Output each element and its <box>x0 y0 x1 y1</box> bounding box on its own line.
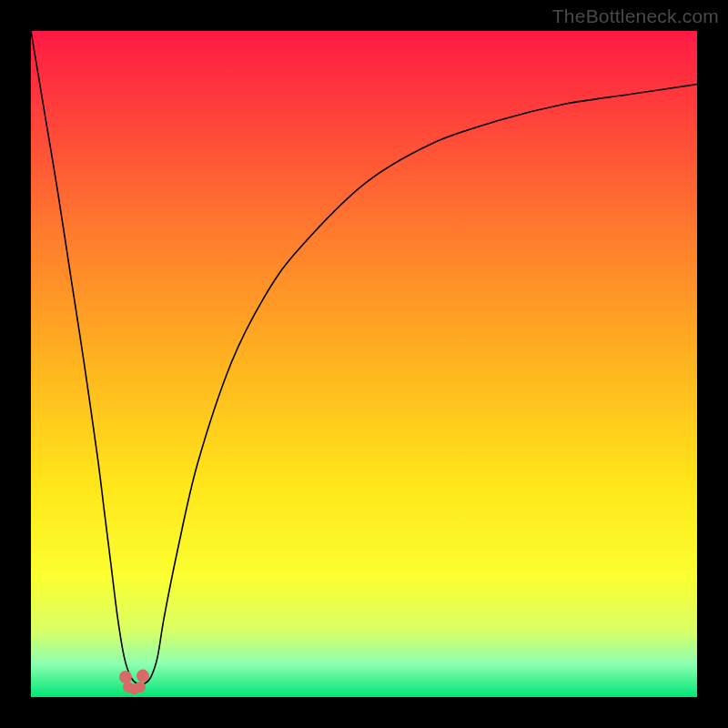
gradient-background <box>31 31 697 697</box>
plot-svg <box>31 31 697 697</box>
trough-marker <box>119 671 132 683</box>
watermark-text: TheBottleneck.com <box>552 5 719 27</box>
plot-area <box>31 31 697 697</box>
trough-marker <box>136 670 149 682</box>
chart-frame: TheBottleneck.com <box>0 0 728 728</box>
trough-marker <box>128 683 139 694</box>
